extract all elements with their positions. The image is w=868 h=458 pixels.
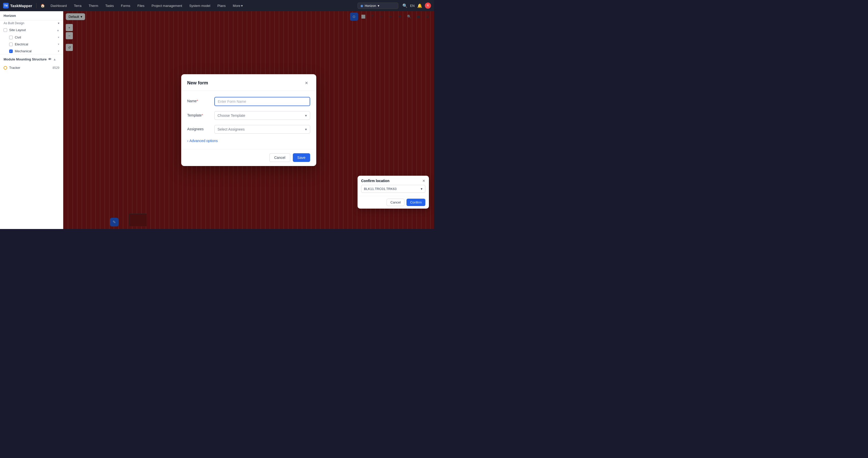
modal-cancel-button[interactable]: Cancel	[269, 153, 290, 162]
confirm-location-value: BLK11.TRC01.TRK63	[364, 187, 397, 191]
mechanical-checkbox[interactable]: ✓	[9, 50, 13, 53]
nav-project-mgmt[interactable]: Project management	[150, 3, 184, 9]
nav-files[interactable]: Files	[136, 3, 146, 9]
lang-label[interactable]: EN	[410, 4, 415, 8]
nav-forms[interactable]: Forms	[119, 3, 132, 9]
nav-plans[interactable]: Plans	[216, 3, 227, 9]
form-assignees-row: Assignees Select Assignees ▾	[187, 125, 310, 134]
module-mounting-title: Module Mounting Structure 👁 ▲	[4, 57, 59, 61]
site-layout-label: Site Layout	[9, 28, 55, 32]
modal-save-button[interactable]: Save	[293, 153, 310, 162]
modal-footer: Cancel Save	[181, 149, 316, 166]
main-layout: Horizon As Built Design ▾ Site Layout ▲ …	[0, 11, 434, 229]
module-mounting-section: Module Mounting Structure 👁 ▲	[0, 55, 63, 64]
mechanical-chevron: ▾	[58, 50, 59, 53]
sidebar-header: Horizon	[0, 11, 63, 20]
bell-icon[interactable]: 🔔	[417, 3, 422, 8]
sidebar-item-electrical[interactable]: Electrical ▾	[0, 41, 63, 48]
modal-header: New form ✕	[181, 74, 316, 91]
confirm-location-header: Confirm location ✕	[358, 176, 429, 185]
confirm-location-panel: Confirm location ✕ BLK11.TRC01.TRK63 ▾ C…	[358, 176, 429, 209]
project-name: Horizon	[365, 4, 376, 8]
name-label: Name*	[187, 97, 210, 103]
sidebar-item-civil[interactable]: Civil ▾	[0, 34, 63, 41]
nav-therm[interactable]: Therm	[87, 3, 100, 9]
electrical-label: Electrical	[15, 42, 56, 46]
home-link[interactable]: 🏠	[40, 4, 45, 8]
electrical-chevron: ▾	[58, 42, 59, 46]
confirm-location-dropdown[interactable]: BLK11.TRC01.TRK63 ▾	[361, 185, 425, 193]
sidebar-project-name: Horizon	[4, 14, 59, 18]
confirm-location-footer: Cancel Confirm	[358, 196, 429, 209]
advanced-options-label: Advanced options	[189, 139, 218, 143]
mechanical-label: Mechanical	[15, 49, 56, 53]
site-layout-chevron: ▲	[57, 29, 59, 32]
search-icon[interactable]: 🔍	[402, 3, 407, 8]
civil-label: Civil	[15, 35, 56, 39]
site-layout-header[interactable]: Site Layout ▲	[0, 26, 63, 34]
electrical-checkbox[interactable]	[9, 42, 13, 46]
project-selector[interactable]: ◉ Horizon ▾	[358, 3, 398, 9]
sidebar-view-label[interactable]: As Built Design ▾	[0, 20, 63, 26]
nav-divider	[36, 3, 36, 8]
tracker-name: Tracker	[9, 66, 21, 69]
assignees-placeholder: Select Assignees	[218, 127, 245, 131]
nav-terra[interactable]: Terra	[72, 3, 83, 9]
template-placeholder: Choose Template	[218, 113, 245, 118]
confirm-location-title: Confirm location	[361, 179, 390, 183]
sidebar-section-site-layout: Site Layout ▲ Civil ▾ Electrical ▾ ✓ Mec…	[0, 26, 63, 55]
advanced-chevron-icon: ›	[187, 139, 189, 143]
nav-tasks[interactable]: Tasks	[104, 3, 115, 9]
logo-text: TaskMapper	[10, 4, 32, 8]
project-selector-chevron: ▾	[378, 4, 379, 8]
user-avatar[interactable]: R	[425, 3, 431, 9]
nav-dashboard[interactable]: Dashboard	[49, 3, 68, 9]
template-label: Template*	[187, 111, 210, 117]
civil-checkbox[interactable]	[9, 36, 13, 39]
nav-icons-group: 🔍 EN 🔔 R	[402, 3, 431, 9]
template-chevron-icon: ▾	[305, 113, 307, 118]
more-chevron-icon: ▾	[241, 4, 243, 8]
form-name-input[interactable]	[214, 97, 310, 106]
civil-chevron: ▾	[58, 36, 59, 39]
top-navigation: TM TaskMapper 🏠 Dashboard Terra Therm Ta…	[0, 0, 434, 11]
nav-more[interactable]: More ▾	[231, 3, 245, 9]
new-form-modal: New form ✕ Name* Template* Choo	[181, 74, 316, 166]
logo-icon: TM	[3, 3, 9, 8]
tracker-label-group: Tracker	[4, 66, 21, 69]
module-eye-icon[interactable]: 👁	[48, 57, 52, 61]
confirm-cancel-button[interactable]: Cancel	[386, 199, 404, 206]
confirm-location-close-button[interactable]: ✕	[422, 179, 425, 183]
modal-title: New form	[187, 80, 208, 86]
site-layout-checkbox[interactable]	[4, 28, 7, 32]
tracker-list-item[interactable]: Tracker 8529	[0, 64, 63, 71]
form-template-row: Template* Choose Template ▾	[187, 111, 310, 120]
canvas-area: Default ▾ ⊙ ⬜ T ✏ ✒ ✥ 🔍 ▦ ⚙ + − ↺	[63, 11, 434, 229]
tracker-circle-icon	[4, 66, 7, 69]
sidebar-item-mechanical[interactable]: ✓ Mechanical ▾	[0, 48, 63, 55]
modal-body: Name* Template* Choose Template ▾	[181, 91, 316, 149]
assignees-label: Assignees	[187, 125, 210, 131]
nav-system-model[interactable]: System model	[188, 3, 212, 9]
sidebar-view-chevron: ▾	[58, 22, 59, 25]
assignees-select[interactable]: Select Assignees ▾	[214, 125, 310, 134]
form-name-row: Name*	[187, 97, 310, 106]
assignees-chevron-icon: ▾	[305, 127, 307, 131]
confirm-location-chevron-icon: ▾	[421, 187, 423, 191]
advanced-options-link[interactable]: › Advanced options	[187, 139, 310, 143]
module-collapse-icon[interactable]: ▲	[53, 57, 56, 61]
app-logo[interactable]: TM TaskMapper	[3, 3, 32, 8]
confirm-button[interactable]: Confirm	[406, 199, 425, 206]
sidebar: Horizon As Built Design ▾ Site Layout ▲ …	[0, 11, 63, 229]
tracker-count: 8529	[53, 66, 59, 69]
template-select[interactable]: Choose Template ▾	[214, 111, 310, 120]
modal-close-button[interactable]: ✕	[303, 79, 310, 86]
